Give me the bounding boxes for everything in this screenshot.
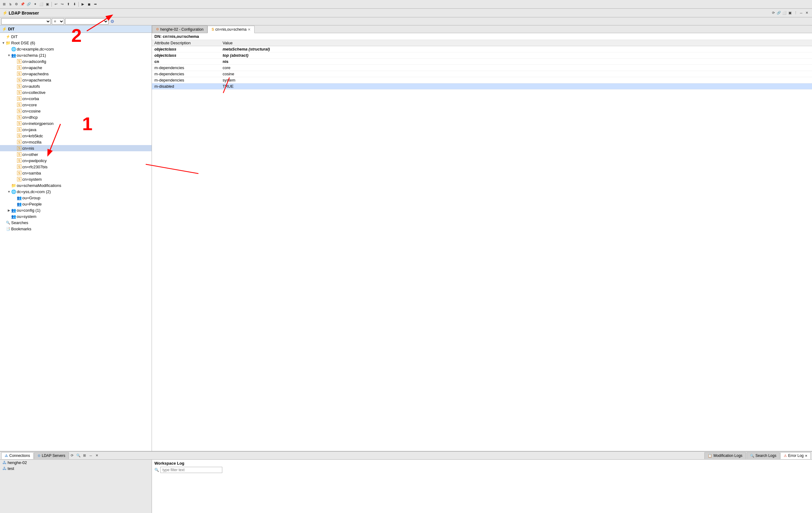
server-icon: 🖧 xyxy=(2,460,6,465)
connections-tab[interactable]: 🖧 Connections xyxy=(1,452,33,459)
attr-row-2[interactable]: cnnis xyxy=(152,59,812,65)
icon-cn-krb5kdc: S xyxy=(17,133,22,138)
expand-icon[interactable]: ⬜ xyxy=(782,10,787,16)
connection-test[interactable]: 🖧 test xyxy=(0,465,152,472)
bottom-content: 🖧 henghe-02 🖧 test Workspace Log 🔍 xyxy=(0,460,812,513)
connect-icon[interactable]: 🔗 xyxy=(776,10,782,16)
tree-item-cn-samba[interactable]: Scn=samba xyxy=(0,170,152,176)
connection-henghe[interactable]: 🖧 henghe-02 xyxy=(0,460,152,465)
attr-row-0[interactable]: objectclassmetaSchema (structural) xyxy=(152,46,812,52)
toolbar-icon-4[interactable]: 📌 xyxy=(20,2,25,7)
tree-item-cn-inetorgperson[interactable]: Scn=inetorgperson xyxy=(0,120,152,126)
toggle-ou-config[interactable]: ▶ xyxy=(7,209,11,212)
tree-item-cn-pwdpolicy[interactable]: Scn=pwdpolicy xyxy=(0,157,152,164)
toolbar-icon-3[interactable]: ⚙ xyxy=(13,2,19,7)
tree-item-cn-apache[interactable]: Scn=apache xyxy=(0,64,152,71)
attr-name-2: cn xyxy=(152,59,220,65)
toolbar-icon-6[interactable]: ✦ xyxy=(32,2,38,7)
tree-item-cn-collective[interactable]: Scn=collective xyxy=(0,89,152,95)
label-cn-dhcp: cn=dhcp xyxy=(22,115,38,120)
icon-ou-schemamod: 📁 xyxy=(11,183,16,188)
tree-view[interactable]: ⚡DIT▼📁Root DSE (6)🌐dc=example,dc=com▼👥ou… xyxy=(0,33,152,451)
close-window-icon[interactable]: ✕ xyxy=(804,10,810,16)
error-log-close[interactable]: ✕ xyxy=(805,454,807,457)
attr-row-1[interactable]: objectclasstop (abstract) xyxy=(152,52,812,59)
layout-icon[interactable]: ▣ xyxy=(787,10,793,16)
refresh-icon[interactable]: ⟳ xyxy=(771,10,776,16)
toolbar-icon-1[interactable]: ⊞ xyxy=(1,2,7,7)
attr-row-4[interactable]: m-dependenciescosine xyxy=(152,71,812,77)
tree-item-cn-autofs[interactable]: Scn=autofs xyxy=(0,83,152,89)
tree-item-cn-apachemeta[interactable]: Scn=apachemeta xyxy=(0,77,152,83)
bottom-left-icon2[interactable]: 🔍 xyxy=(76,453,81,458)
mod-logs-tab[interactable]: 📋 Modification Logs xyxy=(704,452,746,459)
toolbar-icon-9[interactable]: ↩ xyxy=(53,2,59,7)
tree-item-ou-config[interactable]: ▶👥ou=config (1) xyxy=(0,207,152,213)
tree-item-cn-apachedns[interactable]: Scn=apachedns xyxy=(0,71,152,77)
toolbar-icon-2[interactable]: 🖱 xyxy=(7,2,13,7)
tree-item-ou-schemamod[interactable]: 📁ou=schemaModifications xyxy=(0,182,152,188)
tree-item-dit[interactable]: ⚡DIT xyxy=(0,33,152,40)
tree-item-cn-corba[interactable]: Scn=corba xyxy=(0,95,152,102)
bottom-left-icon1[interactable]: ⟳ xyxy=(69,453,75,458)
error-log-icon: ⚠ xyxy=(784,454,787,458)
tree-item-ou-people[interactable]: 👥ou=People xyxy=(0,201,152,207)
tree-item-cn-mozilla[interactable]: Scn=mozilla xyxy=(0,139,152,145)
error-log-tab[interactable]: ⚠ Error Log ✕ xyxy=(780,452,811,459)
toggle-ou-schema[interactable]: ▼ xyxy=(7,54,11,57)
tree-item-cn-rfc2307bis[interactable]: Scn=rfc2307bis xyxy=(0,164,152,170)
tree-item-searches[interactable]: 🔍Searches xyxy=(0,219,152,225)
tab-config[interactable]: ⚙ henghe-02 - Configuration xyxy=(152,25,207,33)
tree-item-cn-nis[interactable]: Scn=nis xyxy=(0,145,152,151)
bottom-left-icon3[interactable]: ⊞ xyxy=(82,453,87,458)
toggle-dc-yss[interactable]: ▼ xyxy=(7,190,11,193)
attr-row-3[interactable]: m-dependenciescore xyxy=(152,65,812,71)
cn-nis-tab-close[interactable]: ✕ xyxy=(248,28,251,32)
ldap-servers-tab[interactable]: ⚙ LDAP Servers xyxy=(34,452,69,459)
tab-cn-nis[interactable]: S cn=nis,ou=schema ✕ xyxy=(207,26,255,33)
tree-item-cn-other[interactable]: Scn=other xyxy=(0,151,152,157)
filter-value-select[interactable] xyxy=(65,18,109,25)
toolbar-icon-8[interactable]: ▣ xyxy=(45,2,50,7)
search-logs-tab[interactable]: 🔍 Search Logs xyxy=(747,452,780,459)
attr-row-6[interactable]: m-disabledTRUE xyxy=(152,83,812,90)
toolbar-icon-13[interactable]: ▶ xyxy=(80,2,86,7)
attr-row-5[interactable]: m-dependenciessystem xyxy=(152,77,812,83)
toggle-root-dse[interactable]: ▼ xyxy=(1,41,6,44)
apply-filter-icon[interactable]: ⚙ xyxy=(110,19,115,24)
attribute-table: Attribute Description Value objectclassm… xyxy=(152,40,812,90)
toolbar-icon-11[interactable]: ⬆ xyxy=(65,2,71,7)
bottom-tab-bar: 🖧 Connections ⚙ LDAP Servers ⟳ 🔍 ⊞ ─ ✕ 📋… xyxy=(0,452,812,460)
toolbar-icon-12[interactable]: ⬇ xyxy=(71,2,77,7)
icon-ou-schema: 👥 xyxy=(11,53,16,58)
more-icon[interactable]: ⋮ xyxy=(793,10,799,16)
filter-field-select[interactable] xyxy=(1,18,51,25)
minimize-icon[interactable]: ─ xyxy=(799,10,804,16)
attr-value-0: metaSchema (structural) xyxy=(220,46,812,52)
tree-item-bookmarks[interactable]: 📑Bookmarks xyxy=(0,225,152,232)
bottom-area: 🖧 Connections ⚙ LDAP Servers ⟳ 🔍 ⊞ ─ ✕ 📋… xyxy=(0,451,812,513)
filter-op-select[interactable]: = xyxy=(52,18,64,25)
tree-item-dc-yss[interactable]: ▼🌐dc=yss,dc=com (2) xyxy=(0,188,152,195)
tree-item-cn-cosine[interactable]: Scn=cosine xyxy=(0,108,152,114)
tree-item-cn-java[interactable]: Scn=java xyxy=(0,126,152,133)
filter-input[interactable] xyxy=(160,467,222,473)
tree-item-cn-krb5kdc[interactable]: Scn=krb5kdc xyxy=(0,133,152,139)
tree-item-cn-dhcp[interactable]: Scn=dhcp xyxy=(0,114,152,120)
tree-item-dc-example[interactable]: 🌐dc=example,dc=com xyxy=(0,46,152,52)
toolbar-icon-7[interactable]: ⬜ xyxy=(38,2,44,7)
tree-item-ou-schema[interactable]: ▼👥ou=schema (21) xyxy=(0,52,152,58)
toolbar-icon-15[interactable]: ➡ xyxy=(92,2,98,7)
tree-item-ou-group[interactable]: 👥ou=Group xyxy=(0,195,152,201)
bottom-left-icon5[interactable]: ✕ xyxy=(94,453,100,458)
toolbar-icon-14[interactable]: ⏹ xyxy=(86,2,92,7)
bottom-left-icon4[interactable]: ─ xyxy=(88,453,94,458)
tree-item-ou-system[interactable]: 👥ou=system xyxy=(0,213,152,219)
tree-item-root-dse[interactable]: ▼📁Root DSE (6) xyxy=(0,40,152,46)
toolbar-icon-10[interactable]: ↪ xyxy=(59,2,65,7)
tree-item-cn-adsconfig[interactable]: Scn=adsconfig xyxy=(0,58,152,64)
toolbar-icon-5[interactable]: 🔗 xyxy=(26,2,32,7)
tree-item-cn-system[interactable]: Scn=system xyxy=(0,176,152,182)
attr-name-6: m-disabled xyxy=(152,83,220,90)
tree-item-cn-core[interactable]: Scn=core xyxy=(0,102,152,108)
